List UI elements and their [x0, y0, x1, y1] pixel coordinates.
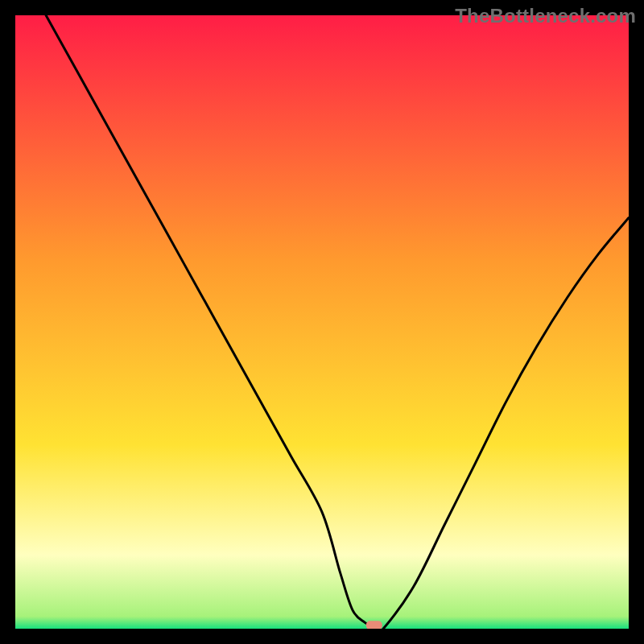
plot-area	[15, 15, 629, 629]
chart-stage: TheBottleneck.com	[0, 0, 644, 644]
watermark-text: TheBottleneck.com	[455, 5, 636, 27]
bottleneck-plot	[15, 15, 629, 629]
optimal-point-marker	[366, 621, 382, 629]
gradient-background	[15, 15, 629, 629]
